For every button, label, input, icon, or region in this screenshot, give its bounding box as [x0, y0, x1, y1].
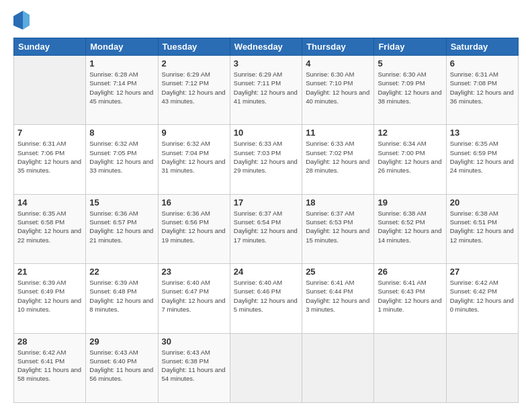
day-number: 5 — [378, 58, 442, 68]
day-info: Sunrise: 6:38 AM Sunset: 6:51 PM Dayligh… — [450, 209, 515, 244]
day-number: 18 — [306, 197, 370, 208]
day-info: Sunrise: 6:39 AM Sunset: 6:49 PM Dayligh… — [17, 278, 82, 314]
day-number: 23 — [162, 267, 226, 277]
day-number: 12 — [378, 128, 442, 138]
day-number: 17 — [234, 197, 298, 208]
day-info: Sunrise: 6:42 AM Sunset: 6:41 PM Dayligh… — [17, 348, 82, 383]
day-number: 7 — [17, 128, 82, 138]
day-info: Sunrise: 6:41 AM Sunset: 6:43 PM Dayligh… — [378, 278, 442, 314]
day-cell — [230, 333, 302, 402]
day-cell: 28Sunrise: 6:42 AM Sunset: 6:41 PM Dayli… — [14, 333, 86, 402]
day-info: Sunrise: 6:33 AM Sunset: 7:03 PM Dayligh… — [234, 139, 298, 175]
weekday-header-wednesday: Wednesday — [230, 38, 302, 56]
day-cell: 13Sunrise: 6:35 AM Sunset: 6:59 PM Dayli… — [446, 125, 518, 194]
day-cell: 14Sunrise: 6:35 AM Sunset: 6:58 PM Dayli… — [14, 194, 86, 263]
day-info: Sunrise: 6:28 AM Sunset: 7:14 PM Dayligh… — [89, 70, 154, 105]
day-info: Sunrise: 6:31 AM Sunset: 7:06 PM Dayligh… — [17, 139, 82, 175]
day-cell: 29Sunrise: 6:43 AM Sunset: 6:40 PM Dayli… — [86, 333, 158, 402]
day-number: 20 — [450, 197, 515, 208]
header — [13, 11, 519, 31]
day-cell: 27Sunrise: 6:42 AM Sunset: 6:42 PM Dayli… — [446, 264, 518, 333]
day-number: 4 — [306, 58, 370, 68]
day-cell: 11Sunrise: 6:33 AM Sunset: 7:02 PM Dayli… — [302, 125, 374, 194]
day-number: 11 — [306, 128, 370, 138]
day-number: 3 — [234, 58, 298, 68]
day-cell: 7Sunrise: 6:31 AM Sunset: 7:06 PM Daylig… — [14, 125, 86, 194]
day-cell: 19Sunrise: 6:38 AM Sunset: 6:52 PM Dayli… — [374, 194, 446, 263]
day-number: 13 — [450, 128, 515, 138]
weekday-header-friday: Friday — [374, 38, 446, 56]
svg-marker-1 — [23, 11, 30, 30]
week-row-1: 1Sunrise: 6:28 AM Sunset: 7:14 PM Daylig… — [14, 56, 519, 125]
day-cell: 15Sunrise: 6:36 AM Sunset: 6:57 PM Dayli… — [86, 194, 158, 263]
week-row-4: 21Sunrise: 6:39 AM Sunset: 6:49 PM Dayli… — [14, 264, 519, 333]
day-number: 30 — [162, 336, 226, 347]
day-info: Sunrise: 6:29 AM Sunset: 7:12 PM Dayligh… — [162, 70, 226, 105]
weekday-header-saturday: Saturday — [446, 38, 518, 56]
week-row-3: 14Sunrise: 6:35 AM Sunset: 6:58 PM Dayli… — [14, 194, 519, 263]
day-cell: 3Sunrise: 6:29 AM Sunset: 7:11 PM Daylig… — [230, 56, 302, 125]
day-cell: 1Sunrise: 6:28 AM Sunset: 7:14 PM Daylig… — [86, 56, 158, 125]
day-info: Sunrise: 6:29 AM Sunset: 7:11 PM Dayligh… — [234, 70, 298, 105]
day-info: Sunrise: 6:37 AM Sunset: 6:53 PM Dayligh… — [306, 209, 370, 244]
day-cell: 10Sunrise: 6:33 AM Sunset: 7:03 PM Dayli… — [230, 125, 302, 194]
week-row-2: 7Sunrise: 6:31 AM Sunset: 7:06 PM Daylig… — [14, 125, 519, 194]
calendar-header: SundayMondayTuesdayWednesdayThursdayFrid… — [14, 38, 519, 56]
weekday-header-row: SundayMondayTuesdayWednesdayThursdayFrid… — [14, 38, 519, 56]
day-info: Sunrise: 6:34 AM Sunset: 7:00 PM Dayligh… — [378, 139, 442, 175]
day-cell — [446, 333, 518, 402]
day-number: 2 — [162, 58, 226, 68]
day-cell: 8Sunrise: 6:32 AM Sunset: 7:05 PM Daylig… — [86, 125, 158, 194]
day-number: 29 — [89, 336, 154, 347]
day-info: Sunrise: 6:33 AM Sunset: 7:02 PM Dayligh… — [306, 139, 370, 175]
day-cell: 17Sunrise: 6:37 AM Sunset: 6:54 PM Dayli… — [230, 194, 302, 263]
day-number: 14 — [17, 197, 82, 208]
day-number: 25 — [306, 267, 370, 277]
day-number: 26 — [378, 267, 442, 277]
day-info: Sunrise: 6:43 AM Sunset: 6:38 PM Dayligh… — [162, 348, 226, 383]
day-number: 15 — [89, 197, 154, 208]
day-cell: 20Sunrise: 6:38 AM Sunset: 6:51 PM Dayli… — [446, 194, 518, 263]
calendar-table: SundayMondayTuesdayWednesdayThursdayFrid… — [13, 38, 519, 403]
day-cell: 4Sunrise: 6:30 AM Sunset: 7:10 PM Daylig… — [302, 56, 374, 125]
day-info: Sunrise: 6:30 AM Sunset: 7:10 PM Dayligh… — [306, 70, 370, 105]
day-cell: 9Sunrise: 6:32 AM Sunset: 7:04 PM Daylig… — [158, 125, 230, 194]
day-number: 9 — [162, 128, 226, 138]
day-number: 1 — [89, 58, 154, 68]
weekday-header-thursday: Thursday — [302, 38, 374, 56]
weekday-header-monday: Monday — [86, 38, 158, 56]
day-info: Sunrise: 6:40 AM Sunset: 6:47 PM Dayligh… — [162, 278, 226, 314]
day-cell: 21Sunrise: 6:39 AM Sunset: 6:49 PM Dayli… — [14, 264, 86, 333]
day-cell: 26Sunrise: 6:41 AM Sunset: 6:43 PM Dayli… — [374, 264, 446, 333]
logo — [13, 11, 32, 31]
day-cell — [302, 333, 374, 402]
weekday-header-tuesday: Tuesday — [158, 38, 230, 56]
day-number: 21 — [17, 267, 82, 277]
day-cell: 23Sunrise: 6:40 AM Sunset: 6:47 PM Dayli… — [158, 264, 230, 333]
day-cell: 18Sunrise: 6:37 AM Sunset: 6:53 PM Dayli… — [302, 194, 374, 263]
day-info: Sunrise: 6:31 AM Sunset: 7:08 PM Dayligh… — [450, 70, 515, 105]
day-cell — [14, 56, 86, 125]
day-info: Sunrise: 6:39 AM Sunset: 6:48 PM Dayligh… — [89, 278, 154, 314]
day-info: Sunrise: 6:35 AM Sunset: 6:59 PM Dayligh… — [450, 139, 515, 175]
day-number: 27 — [450, 267, 515, 277]
day-info: Sunrise: 6:36 AM Sunset: 6:57 PM Dayligh… — [89, 209, 154, 244]
day-info: Sunrise: 6:42 AM Sunset: 6:42 PM Dayligh… — [450, 278, 515, 314]
day-number: 22 — [89, 267, 154, 277]
day-cell: 5Sunrise: 6:30 AM Sunset: 7:09 PM Daylig… — [374, 56, 446, 125]
day-cell — [374, 333, 446, 402]
day-number: 19 — [378, 197, 442, 208]
page: SundayMondayTuesdayWednesdayThursdayFrid… — [0, 0, 532, 411]
day-info: Sunrise: 6:40 AM Sunset: 6:46 PM Dayligh… — [234, 278, 298, 314]
day-info: Sunrise: 6:32 AM Sunset: 7:04 PM Dayligh… — [162, 139, 226, 175]
day-info: Sunrise: 6:41 AM Sunset: 6:44 PM Dayligh… — [306, 278, 370, 314]
day-number: 8 — [89, 128, 154, 138]
day-number: 24 — [234, 267, 298, 277]
calendar-body: 1Sunrise: 6:28 AM Sunset: 7:14 PM Daylig… — [14, 56, 519, 403]
day-cell: 24Sunrise: 6:40 AM Sunset: 6:46 PM Dayli… — [230, 264, 302, 333]
day-info: Sunrise: 6:30 AM Sunset: 7:09 PM Dayligh… — [378, 70, 442, 105]
day-cell: 30Sunrise: 6:43 AM Sunset: 6:38 PM Dayli… — [158, 333, 230, 402]
day-cell: 6Sunrise: 6:31 AM Sunset: 7:08 PM Daylig… — [446, 56, 518, 125]
day-info: Sunrise: 6:36 AM Sunset: 6:56 PM Dayligh… — [162, 209, 226, 244]
day-info: Sunrise: 6:38 AM Sunset: 6:52 PM Dayligh… — [378, 209, 442, 244]
